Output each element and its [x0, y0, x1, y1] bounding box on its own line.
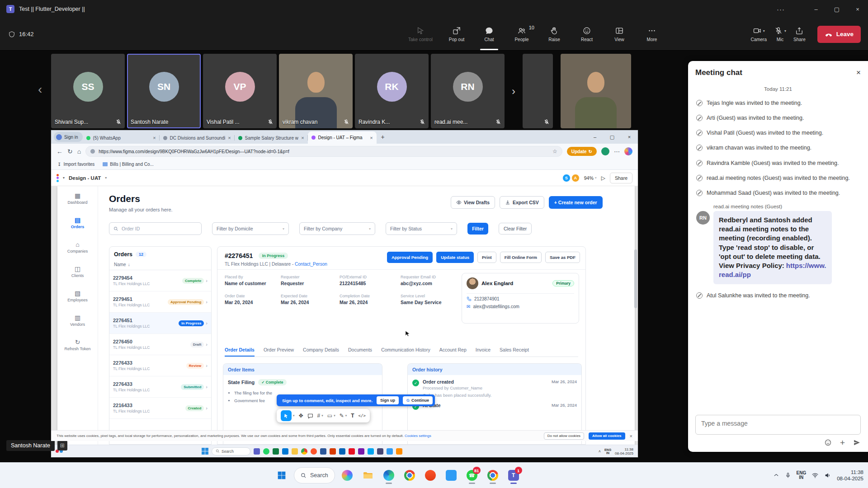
- participant-tile[interactable]: VP Vishal Patil ...: [203, 54, 277, 128]
- import-favorites-button[interactable]: ↧ Import favorites: [57, 162, 94, 167]
- tool-dropdown-icon[interactable]: ▾: [345, 414, 347, 418]
- order-row[interactable]: 2279451TL Flex Holdings LLC Approval Pen…: [109, 291, 211, 313]
- browser-minimize-button[interactable]: –: [586, 130, 604, 144]
- volume-icon[interactable]: [824, 472, 831, 479]
- tab-documents[interactable]: Documents: [348, 347, 372, 357]
- filter-domicile-select[interactable]: Filter by Domicile▾: [212, 222, 289, 235]
- save-as-pdf-button[interactable]: Save as PDF: [545, 252, 580, 263]
- teams-button[interactable]: T 1: [505, 466, 522, 484]
- folder-icon[interactable]: [292, 448, 298, 455]
- collaborator-avatar[interactable]: S: [562, 174, 571, 182]
- chat-message-list[interactable]: Today 11:21 Tejas Ingle was invited to t…: [688, 81, 868, 411]
- order-row[interactable]: 2216433TL Flex Holdings LLC Created›: [109, 398, 211, 419]
- participant-tile-partial[interactable]: [523, 54, 553, 128]
- camera-dropdown-icon[interactable]: ▾: [763, 29, 765, 33]
- pdf-icon[interactable]: [349, 448, 355, 455]
- hand-tool-icon[interactable]: ✥: [299, 413, 303, 419]
- column-header-name[interactable]: Name: [114, 262, 126, 267]
- whatsapp-icon[interactable]: [263, 448, 269, 455]
- tray-expand-icon[interactable]: [773, 472, 779, 479]
- participant-tile[interactable]: SS Shivani Sup...: [51, 54, 125, 128]
- mic-dropdown-icon[interactable]: ▾: [784, 29, 786, 33]
- figma-share-button[interactable]: Share: [610, 173, 632, 183]
- language-indicator[interactable]: ENGIN: [797, 471, 807, 480]
- back-icon[interactable]: ←: [57, 148, 63, 155]
- participant-tile-active[interactable]: SN Santosh Narate: [127, 54, 201, 128]
- browser-profile-chip[interactable]: Sign in: [54, 132, 83, 142]
- word-icon[interactable]: [320, 448, 326, 455]
- browser-settings-icon[interactable]: ⋯: [614, 148, 620, 155]
- attach-icon[interactable]: +: [840, 440, 845, 446]
- chrome-button[interactable]: [401, 466, 418, 484]
- home-icon[interactable]: ⌂: [77, 148, 81, 155]
- pop-out-button[interactable]: Pop out: [440, 18, 473, 50]
- order-row-selected[interactable]: 2276451TL Flex Holdings LLC In Progress›: [109, 313, 211, 334]
- language-indicator[interactable]: ENGIN: [604, 448, 611, 455]
- sidebar-item-employees[interactable]: ▧Employees: [67, 290, 88, 302]
- order-row[interactable]: 2276433TL Flex Holdings LLC Review›: [109, 355, 211, 376]
- camera-button[interactable]: ▾ Camera: [749, 26, 769, 42]
- participant-video-tile[interactable]: [561, 54, 631, 128]
- system-clock[interactable]: 11:3808-04-2025: [837, 469, 863, 482]
- mic-in-use-icon[interactable]: [785, 472, 791, 479]
- chrome-icon[interactable]: [301, 448, 307, 455]
- sign-up-button[interactable]: Sign up: [377, 396, 399, 404]
- browser-tab-whatsapp[interactable]: (5) WhatsApp ×: [83, 132, 160, 144]
- start-button[interactable]: [273, 466, 290, 484]
- order-row[interactable]: 2276433TL Flex Holdings LLC Submitted›: [109, 376, 211, 398]
- people-button[interactable]: 10 People: [505, 18, 538, 50]
- allow-cookies-button[interactable]: Allow all cookies: [589, 432, 625, 440]
- tab-invoice[interactable]: Invoice: [476, 347, 491, 357]
- presenter-search-box[interactable]: Search: [212, 447, 250, 455]
- titlebar-more-icon[interactable]: ···: [777, 5, 785, 13]
- app-icon[interactable]: [358, 448, 364, 455]
- pen-tool-icon[interactable]: ✎: [340, 413, 344, 419]
- collaborator-avatar[interactable]: A: [571, 174, 580, 182]
- tab-account-rep[interactable]: Account Rep: [439, 347, 467, 357]
- tab-communication-history[interactable]: Communication History: [381, 347, 430, 357]
- pin-grid-icon[interactable]: ⊞: [57, 441, 67, 450]
- tab-sales-receipt[interactable]: Sales Receipt: [500, 347, 529, 357]
- tool-dropdown-icon[interactable]: ▾: [321, 414, 323, 418]
- browser-tab-dc-divisions[interactable]: DC Divisions and Surroundings ×: [160, 132, 235, 144]
- taskbar-search-box[interactable]: Search: [294, 467, 335, 483]
- sidebar-item-orders[interactable]: ▤Orders: [71, 217, 85, 229]
- share-button[interactable]: Share: [792, 26, 807, 42]
- filter-company-select[interactable]: Filter by Company▾: [299, 222, 375, 235]
- app-icon[interactable]: [377, 448, 383, 455]
- sort-icon[interactable]: ↓: [128, 262, 130, 267]
- tab-order-preview[interactable]: Order Preview: [264, 347, 294, 357]
- tab-close-icon[interactable]: ×: [301, 135, 304, 141]
- figma-file-name[interactable]: Design - UAT: [69, 175, 101, 181]
- frame-tool-icon[interactable]: #: [317, 413, 321, 419]
- edge-button[interactable]: [380, 466, 397, 484]
- browser-tab-figma-active[interactable]: Design - UAT – Figma ×: [308, 131, 377, 144]
- participant-tile[interactable]: RN read.ai mee...: [431, 54, 505, 128]
- tab-company-details[interactable]: Company Details: [303, 347, 339, 357]
- cookies-settings-link[interactable]: Cookies settings: [405, 434, 431, 438]
- view-button[interactable]: View: [603, 18, 636, 50]
- tool-dropdown-icon[interactable]: ▾: [334, 414, 335, 418]
- whatsapp-button[interactable]: ☎ 81: [463, 466, 481, 484]
- outlook-icon[interactable]: [339, 448, 345, 455]
- contact-person-link[interactable]: Contact_Person: [295, 262, 327, 267]
- chat-button[interactable]: Chat: [473, 18, 505, 50]
- move-tool-icon[interactable]: [281, 410, 292, 421]
- raise-hand-button[interactable]: Raise: [538, 18, 571, 50]
- mic-button[interactable]: ▾ Mic: [772, 26, 788, 42]
- chrome-profile-button[interactable]: [484, 466, 501, 484]
- zoom-control[interactable]: 94%▾: [584, 175, 597, 181]
- sidebar-item-dashboard[interactable]: ▦Dashboard: [67, 192, 87, 205]
- brave-icon[interactable]: [311, 448, 317, 455]
- fill-online-form-button[interactable]: Fill Online Form: [500, 252, 542, 263]
- teams-icon[interactable]: [254, 448, 260, 455]
- comment-tool-icon[interactable]: [307, 413, 313, 419]
- participant-video-tile[interactable]: vikram chavan: [279, 54, 353, 128]
- start-icon[interactable]: [202, 448, 208, 455]
- update-status-button[interactable]: Update status: [436, 252, 474, 263]
- contact-phone[interactable]: 2123874901: [474, 296, 500, 301]
- strip-scroll-right-icon[interactable]: ›: [507, 54, 520, 128]
- sidebar-item-clients[interactable]: ◫Clients: [71, 266, 84, 278]
- excel-icon[interactable]: [273, 448, 279, 455]
- minimize-button[interactable]: –: [806, 0, 826, 18]
